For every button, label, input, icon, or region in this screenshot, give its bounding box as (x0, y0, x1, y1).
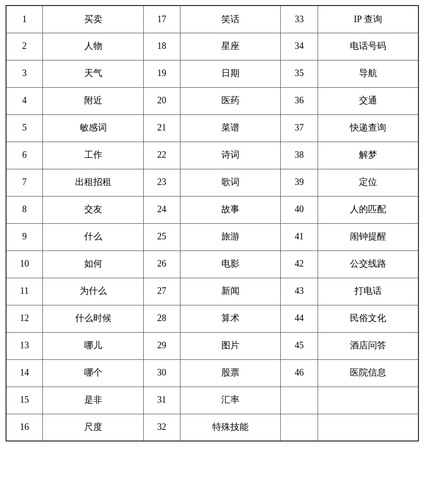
main-container: 1买卖17笑话33IP 查询2人物18星座34电话号码3天气19日期35导航4附… (6, 5, 419, 442)
cell-r15-c1: 尺度 (43, 414, 143, 441)
cell-r15-c3: 特殊技能 (180, 414, 281, 441)
cell-r10-c0: 11 (6, 278, 43, 305)
cell-r2-c4: 35 (281, 60, 318, 87)
table-row: 11为什么27新闻43打电话 (6, 278, 418, 305)
cell-r4-c5: 快递查询 (318, 114, 418, 142)
cell-r13-c2: 30 (143, 359, 180, 387)
cell-r3-c5: 交通 (318, 87, 418, 114)
cell-r1-c0: 2 (6, 33, 43, 60)
cell-r10-c5: 打电话 (318, 278, 418, 305)
cell-r15-c2: 32 (143, 414, 180, 441)
cell-r14-c2: 31 (143, 387, 180, 414)
cell-r4-c1: 敏感词 (43, 114, 143, 142)
table-row: 16尺度32特殊技能 (6, 414, 418, 441)
table-row: 15是非31汇率 (6, 387, 418, 414)
cell-r11-c4: 44 (281, 305, 318, 332)
cell-r9-c0: 10 (6, 250, 43, 278)
cell-r11-c3: 算术 (180, 305, 281, 332)
table-row: 1买卖17笑话33IP 查询 (6, 6, 418, 33)
cell-r11-c0: 12 (6, 305, 43, 332)
cell-r13-c5: 医院信息 (318, 359, 418, 387)
category-table: 1买卖17笑话33IP 查询2人物18星座34电话号码3天气19日期35导航4附… (6, 5, 419, 442)
cell-r9-c4: 42 (281, 250, 318, 278)
cell-r5-c1: 工作 (43, 142, 143, 169)
cell-r15-c0: 16 (6, 414, 43, 441)
cell-r3-c3: 医药 (180, 87, 281, 114)
cell-r1-c3: 星座 (180, 33, 281, 60)
cell-r13-c3: 股票 (180, 359, 281, 387)
cell-r12-c0: 13 (6, 332, 43, 359)
cell-r14-c5 (318, 387, 418, 414)
cell-r0-c4: 33 (281, 6, 318, 33)
cell-r6-c3: 歌词 (180, 169, 281, 196)
cell-r11-c2: 28 (143, 305, 180, 332)
table-row: 10如何26电影42公交线路 (6, 250, 418, 278)
cell-r6-c5: 定位 (318, 169, 418, 196)
cell-r1-c4: 34 (281, 33, 318, 60)
cell-r14-c3: 汇率 (180, 387, 281, 414)
cell-r5-c5: 解梦 (318, 142, 418, 169)
cell-r6-c2: 23 (143, 169, 180, 196)
cell-r9-c5: 公交线路 (318, 250, 418, 278)
cell-r2-c3: 日期 (180, 60, 281, 87)
cell-r0-c2: 17 (143, 6, 180, 33)
table-row: 2人物18星座34电话号码 (6, 33, 418, 60)
cell-r13-c4: 46 (281, 359, 318, 387)
cell-r15-c4 (281, 414, 318, 441)
cell-r14-c1: 是非 (43, 387, 143, 414)
cell-r2-c0: 3 (6, 60, 43, 87)
cell-r8-c1: 什么 (43, 223, 143, 250)
cell-r11-c1: 什么时候 (43, 305, 143, 332)
cell-r3-c0: 4 (6, 87, 43, 114)
cell-r10-c2: 27 (143, 278, 180, 305)
cell-r6-c1: 出租招租 (43, 169, 143, 196)
cell-r2-c5: 导航 (318, 60, 418, 87)
cell-r4-c2: 21 (143, 114, 180, 142)
table-row: 6工作22诗词38解梦 (6, 142, 418, 169)
cell-r10-c3: 新闻 (180, 278, 281, 305)
cell-r9-c2: 26 (143, 250, 180, 278)
cell-r7-c3: 故事 (180, 196, 281, 223)
table-row: 5敏感词21菜谱37快递查询 (6, 114, 418, 142)
cell-r1-c1: 人物 (43, 33, 143, 60)
table-row: 12什么时候28算术44民俗文化 (6, 305, 418, 332)
cell-r0-c0: 1 (6, 6, 43, 33)
cell-r9-c3: 电影 (180, 250, 281, 278)
cell-r5-c4: 38 (281, 142, 318, 169)
cell-r10-c4: 43 (281, 278, 318, 305)
table-row: 7出租招租23歌词39定位 (6, 169, 418, 196)
table-row: 9什么25旅游41闹钟提醒 (6, 223, 418, 250)
cell-r12-c4: 45 (281, 332, 318, 359)
cell-r5-c3: 诗词 (180, 142, 281, 169)
cell-r12-c5: 酒店问答 (318, 332, 418, 359)
table-row: 13哪儿29图片45酒店问答 (6, 332, 418, 359)
cell-r2-c1: 天气 (43, 60, 143, 87)
cell-r14-c4 (281, 387, 318, 414)
cell-r8-c3: 旅游 (180, 223, 281, 250)
cell-r8-c0: 9 (6, 223, 43, 250)
cell-r5-c2: 22 (143, 142, 180, 169)
cell-r7-c5: 人的匹配 (318, 196, 418, 223)
cell-r12-c2: 29 (143, 332, 180, 359)
cell-r1-c5: 电话号码 (318, 33, 418, 60)
table-row: 8交友24故事40人的匹配 (6, 196, 418, 223)
cell-r7-c4: 40 (281, 196, 318, 223)
cell-r1-c2: 18 (143, 33, 180, 60)
cell-r10-c1: 为什么 (43, 278, 143, 305)
cell-r8-c2: 25 (143, 223, 180, 250)
cell-r8-c4: 41 (281, 223, 318, 250)
cell-r8-c5: 闹钟提醒 (318, 223, 418, 250)
cell-r6-c4: 39 (281, 169, 318, 196)
table-row: 3天气19日期35导航 (6, 60, 418, 87)
cell-r4-c4: 37 (281, 114, 318, 142)
cell-r7-c2: 24 (143, 196, 180, 223)
cell-r0-c5: IP 查询 (318, 6, 418, 33)
cell-r3-c2: 20 (143, 87, 180, 114)
cell-r15-c5 (318, 414, 418, 441)
cell-r7-c1: 交友 (43, 196, 143, 223)
cell-r4-c0: 5 (6, 114, 43, 142)
table-row: 14哪个30股票46医院信息 (6, 359, 418, 387)
cell-r0-c1: 买卖 (43, 6, 143, 33)
cell-r0-c3: 笑话 (180, 6, 281, 33)
cell-r2-c2: 19 (143, 60, 180, 87)
